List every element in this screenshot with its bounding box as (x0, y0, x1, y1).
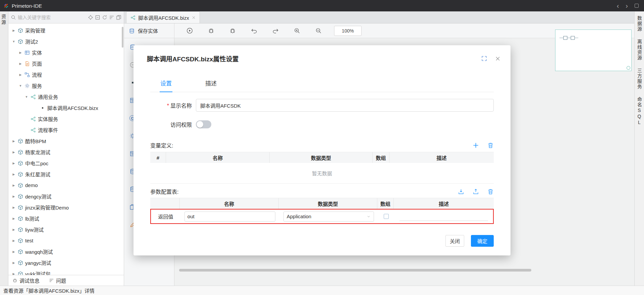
rail-tab-datasource[interactable]: 数据源 (636, 16, 643, 32)
editor-tab-bar: 脚本调用AFCSDK.bizx (124, 11, 634, 23)
tab-debug-info[interactable]: 调试信息 (12, 277, 40, 284)
nav-forward-icon[interactable] (626, 2, 628, 9)
copy-resource-icon[interactable] (116, 15, 121, 20)
expand-arrow-icon[interactable] (12, 184, 16, 187)
ok-button[interactable]: 确定 (471, 235, 494, 247)
tree-item[interactable]: jinzx采购管理Demo (8, 202, 124, 213)
add-variable-icon[interactable] (473, 142, 479, 149)
tree-item-label: yangyc测试 (25, 259, 51, 266)
expand-arrow-icon[interactable] (24, 95, 29, 99)
tree-item[interactable]: 服务 (8, 80, 124, 91)
close-button[interactable]: 关闭 (445, 235, 464, 247)
expand-arrow-icon[interactable] (12, 162, 16, 165)
canvas-hscrollbar[interactable] (179, 269, 531, 272)
access-toggle[interactable] (196, 120, 211, 128)
close-icon[interactable] (495, 56, 500, 61)
collapse-all-icon[interactable] (95, 15, 100, 20)
search-input[interactable] (18, 15, 86, 20)
expand-arrow-icon[interactable] (12, 239, 16, 242)
expand-arrow-icon[interactable] (12, 206, 16, 209)
tree-item[interactable]: 杨家龙测试 (8, 146, 124, 158)
tab-debug-info-label: 调试信息 (19, 277, 40, 284)
tree-item[interactable]: 中电二poc (8, 158, 124, 169)
tree-item[interactable]: yukk测试包 (8, 268, 124, 275)
access-label: 访问权限 (150, 120, 192, 128)
expand-arrow-icon[interactable] (12, 272, 16, 275)
rail-tab-resources[interactable]: 资源 (0, 14, 8, 25)
redo-button[interactable] (270, 25, 281, 37)
test-run-button[interactable] (227, 25, 238, 37)
tab-description[interactable]: 描述 (205, 79, 217, 92)
tree-item[interactable]: wangqh测试 (8, 246, 124, 257)
locate-icon[interactable] (88, 15, 93, 20)
nav-back-icon[interactable] (617, 2, 619, 9)
delete-variable-icon[interactable] (487, 142, 494, 149)
tree-item[interactable]: 实体 (8, 47, 124, 58)
refresh-icon[interactable] (102, 15, 107, 20)
variables-section-header: 变量定义: (150, 141, 494, 149)
expand-arrow-icon[interactable] (12, 151, 16, 154)
expand-arrow-icon[interactable] (12, 173, 16, 176)
param-description-input[interactable] (399, 212, 488, 221)
expand-arrow-icon[interactable] (12, 217, 16, 220)
tab-problems[interactable]: 问题 (49, 277, 66, 284)
tree-item-label: dengcy测试 (25, 193, 51, 200)
tree-item[interactable]: test (8, 235, 124, 246)
expand-arrow-icon[interactable] (12, 29, 16, 32)
tree-item[interactable]: 酷特BPM (8, 135, 124, 146)
tab-settings[interactable]: 设置 (160, 79, 172, 92)
expand-arrow-icon[interactable] (12, 195, 16, 198)
delete-param-icon[interactable] (487, 188, 494, 195)
tree-item[interactable]: 流程事件 (8, 124, 124, 135)
layout-restore-icon[interactable] (635, 4, 639, 8)
expand-arrow-icon[interactable] (12, 228, 16, 231)
tree-item-selected-resource[interactable]: 脚本调用AFCSDK.bizx (8, 102, 124, 113)
tree-item[interactable]: 实体服务 (8, 113, 124, 124)
tree-scrollbar[interactable] (122, 27, 123, 48)
tree-item[interactable]: 流程 (8, 69, 124, 80)
expand-arrow-icon[interactable] (12, 261, 16, 264)
undo-icon (251, 27, 257, 34)
export-icon[interactable] (473, 188, 479, 195)
tree-item[interactable]: dengcy测试 (8, 191, 124, 202)
expand-arrow-icon[interactable] (18, 84, 22, 87)
zoom-level-select[interactable]: 100% (334, 26, 362, 36)
editor-tab-active[interactable]: 脚本调用AFCSDK.bizx (126, 11, 200, 23)
tree-item[interactable]: 测试2 (8, 36, 124, 47)
fullscreen-icon[interactable] (481, 56, 487, 61)
tree-item[interactable]: 页面 (8, 58, 124, 69)
run-button[interactable] (184, 25, 195, 37)
array-checkbox[interactable] (384, 214, 389, 219)
param-description-cell (394, 212, 493, 221)
expand-arrow-icon[interactable] (18, 73, 22, 76)
expand-arrow-icon[interactable] (18, 51, 22, 54)
sort-icon[interactable] (109, 15, 114, 20)
tree-item[interactable]: yangyc测试 (8, 257, 124, 268)
minimap-handle[interactable] (627, 66, 630, 70)
expand-arrow-icon[interactable] (18, 62, 22, 65)
tree-item[interactable]: 采购管理 (8, 25, 124, 36)
expand-arrow-icon[interactable] (12, 40, 16, 43)
expand-arrow-icon[interactable] (12, 139, 16, 143)
zoom-in-button[interactable] (291, 25, 303, 37)
rail-tab-third-party-service[interactable]: 三方服务 (636, 68, 643, 90)
tree-item[interactable]: demo (8, 180, 124, 191)
debug-button[interactable] (205, 25, 217, 37)
zoom-out-button[interactable] (313, 25, 324, 37)
import-icon[interactable] (458, 188, 464, 195)
tree-item[interactable]: lb测试 (8, 213, 124, 224)
tree-item[interactable]: 通用业务 (8, 91, 124, 102)
tree-item[interactable]: 朱红星测试 (8, 169, 124, 180)
tab-close-icon[interactable] (192, 16, 196, 19)
save-entity-button[interactable]: 保存实体 (124, 23, 174, 38)
service-node-icon (31, 127, 36, 133)
rail-tab-named-sql[interactable]: 命名SQL (636, 97, 643, 126)
param-name-input[interactable] (184, 212, 275, 222)
param-datatype-select[interactable]: Application (283, 212, 374, 222)
tree-item[interactable]: liyw测试 (8, 224, 124, 235)
display-name-input[interactable] (196, 99, 494, 112)
undo-button[interactable] (248, 25, 260, 37)
rail-tab-offline-resource[interactable]: 离线资源 (636, 39, 643, 61)
package-icon (18, 183, 23, 188)
expand-arrow-icon[interactable] (12, 250, 16, 253)
